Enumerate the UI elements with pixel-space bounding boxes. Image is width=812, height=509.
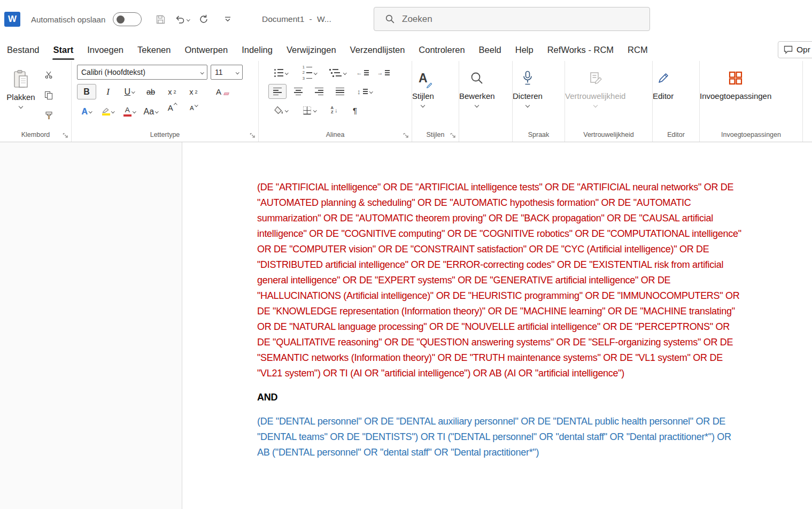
chevron-down-icon <box>19 104 23 109</box>
bullets-button[interactable] <box>268 65 294 80</box>
subscript-button[interactable]: x2 <box>163 84 182 99</box>
shading-bucket-icon <box>274 106 283 114</box>
align-left-icon <box>273 88 282 95</box>
superscript-x: x <box>189 88 193 96</box>
borders-icon <box>303 106 312 115</box>
chevron-down-icon <box>475 103 479 107</box>
dialog-launcher-icon <box>63 133 68 138</box>
save-button[interactable] <box>156 14 166 25</box>
search-placeholder: Zoeken <box>402 14 432 25</box>
group-editor: Editor Editor <box>653 61 700 142</box>
tab-ontwerpen[interactable]: Ontwerpen <box>177 38 235 61</box>
tab-bestand[interactable]: Bestand <box>0 38 47 61</box>
ribbon-filler <box>803 61 812 142</box>
shrink-font-button[interactable]: A <box>184 104 203 119</box>
klembord-dialog-launcher[interactable] <box>63 133 68 138</box>
format-painter-button[interactable] <box>42 109 56 122</box>
superscript-2: 2 <box>195 89 198 95</box>
group-klembord: Plakken Klembord <box>0 61 72 142</box>
decrease-indent-button[interactable]: ← <box>353 65 372 80</box>
save-icon <box>156 14 166 25</box>
grow-font-button[interactable]: A <box>163 104 182 119</box>
search-query-ai[interactable]: (DE "ARTIFICIAL intelligence" OR DE "ART… <box>257 180 745 381</box>
chevron-down-icon <box>285 109 288 112</box>
addins-button[interactable]: Invoegtoepassingen <box>700 61 771 128</box>
change-case-button[interactable]: Aa <box>141 104 160 119</box>
tab-rcm[interactable]: RCM <box>621 38 655 61</box>
tab-verzendlijsten[interactable]: Verzendlijsten <box>343 38 412 61</box>
stijlen-dialog-launcher[interactable] <box>450 133 456 138</box>
toggle-knob <box>117 16 125 24</box>
alinea-dialog-launcher[interactable] <box>403 133 409 138</box>
editor-button[interactable]: Editor <box>653 61 674 128</box>
tab-verwijzingen[interactable]: Verwijzingen <box>280 38 343 61</box>
tab-indeling[interactable]: Indeling <box>235 38 280 61</box>
boolean-operator[interactable]: AND <box>257 390 745 405</box>
sort-button[interactable]: AZ ↓ <box>325 103 343 118</box>
chevron-down-icon <box>525 103 530 107</box>
tab-tekenen[interactable]: Tekenen <box>130 38 177 61</box>
alinea-group-label: Alinea <box>326 131 345 138</box>
superscript-button[interactable]: x2 <box>184 84 203 99</box>
lettertype-dialog-launcher[interactable] <box>250 133 256 138</box>
align-center-icon <box>294 88 303 95</box>
tab-beeld[interactable]: Beeld <box>472 38 508 61</box>
undo-button[interactable] <box>175 14 190 24</box>
chevron-down-icon <box>195 103 198 106</box>
align-right-button[interactable] <box>310 84 328 99</box>
justify-button[interactable] <box>331 84 349 99</box>
comments-button[interactable]: Opr <box>778 41 812 58</box>
text-effects-button[interactable]: A <box>77 104 96 119</box>
autosave-toggle[interactable] <box>113 12 142 26</box>
sensitivity-label-icon <box>589 68 602 88</box>
search-box[interactable]: Zoeken <box>374 7 650 31</box>
scissors-icon <box>44 71 53 79</box>
sensitivity-button[interactable]: Vertrouwelijkheid <box>565 61 625 128</box>
shading-button[interactable] <box>268 103 294 118</box>
copy-button[interactable] <box>42 89 56 102</box>
redo-icon <box>199 14 208 24</box>
comments-label: Opr <box>796 45 810 55</box>
underline-button[interactable]: U <box>120 84 139 99</box>
editing-button[interactable]: Bewerken <box>459 61 495 128</box>
tab-invoegen[interactable]: Invoegen <box>80 38 130 61</box>
font-name-select[interactable]: Calibri (Hoofdtekst) <box>77 65 207 80</box>
clear-formatting-button[interactable]: A <box>213 84 232 99</box>
bold-button[interactable]: B <box>77 84 96 99</box>
tab-refworks-rcm[interactable]: RefWorks - RCM <box>540 38 621 61</box>
dialog-launcher-icon <box>450 133 456 138</box>
document-page[interactable]: (DE "ARTIFICIAL intelligence" OR DE "ART… <box>182 142 812 509</box>
chevron-down-icon <box>313 109 316 112</box>
show-paragraph-marks-button[interactable]: ¶ <box>346 103 364 118</box>
group-alinea: 1 2 3 <box>259 61 412 142</box>
redo-button[interactable] <box>199 14 208 24</box>
tab-start[interactable]: Start <box>47 38 81 61</box>
styles-button[interactable]: A Stijlen <box>412 61 434 128</box>
strikethrough-button[interactable]: ab <box>141 84 160 99</box>
paste-button[interactable]: Plakken <box>4 62 37 128</box>
dictate-button[interactable]: Dicteren <box>513 61 543 128</box>
highlight-color-button[interactable] <box>98 104 118 119</box>
italic-button[interactable]: I <box>98 84 118 99</box>
borders-button[interactable] <box>297 103 322 118</box>
dictate-label: Dicteren <box>513 91 543 101</box>
align-left-button[interactable] <box>268 84 287 99</box>
font-size-select[interactable]: 11 <box>211 65 243 80</box>
align-center-button[interactable] <box>289 84 307 99</box>
multilevel-list-button[interactable] <box>325 65 351 80</box>
line-spacing-button[interactable]: ↕ <box>352 84 377 99</box>
numbering-button[interactable]: 1 2 3 <box>297 65 322 80</box>
customize-quick-access-button[interactable] <box>224 17 231 22</box>
cut-button[interactable] <box>42 68 56 81</box>
tab-controleren[interactable]: Controleren <box>412 38 471 61</box>
shrink-font-glyph: A <box>190 105 194 112</box>
tab-help[interactable]: Help <box>508 38 540 61</box>
editor-label: Editor <box>653 91 674 101</box>
font-color-button[interactable]: A <box>120 104 139 119</box>
search-query-dental[interactable]: (DE "DENTAL personnel" OR DE "DENTAL aux… <box>257 414 745 460</box>
word-logo-icon[interactable]: W <box>4 12 20 27</box>
line-spacing-icon: ↕ <box>357 88 368 95</box>
clear-formatting-glyph: A <box>216 88 221 96</box>
autosave-label: Automatisch opslaan <box>31 15 105 24</box>
increase-indent-button[interactable]: → <box>374 65 392 80</box>
